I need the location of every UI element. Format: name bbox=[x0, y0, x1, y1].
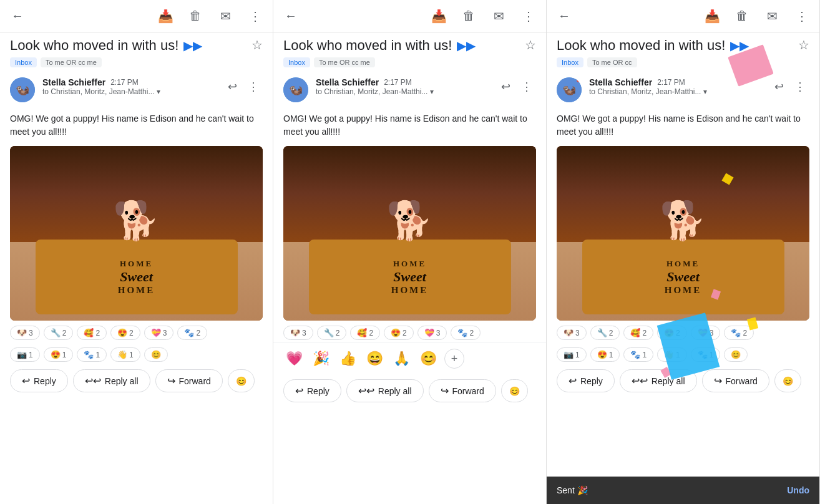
reaction-wave-1[interactable]: 👋1 bbox=[110, 347, 140, 362]
add-emoji-button-2[interactable]: + bbox=[444, 349, 464, 369]
delete-button-1[interactable]: 🗑 bbox=[185, 6, 205, 26]
filter-badge-1: To me OR cc me bbox=[41, 57, 102, 67]
reaction-paw-2[interactable]: 🐾2 bbox=[451, 326, 481, 340]
emoji-icon-3: 😊 bbox=[783, 376, 793, 386]
reaction-heart-eyes-1[interactable]: 😍2 bbox=[110, 326, 140, 340]
reply-icon-3[interactable]: ↩ bbox=[769, 77, 788, 96]
more-button-3[interactable]: ⋮ bbox=[792, 6, 812, 26]
emoji-laugh-2[interactable]: 😄 bbox=[364, 348, 386, 369]
reply-button-2[interactable]: ↩ Reply bbox=[283, 379, 341, 402]
reaction-hug-1[interactable]: 🥰2 bbox=[77, 326, 107, 340]
reply-button-3[interactable]: ↩ Reply bbox=[557, 369, 615, 392]
toolbar-2: ← 📥 🗑 ✉ ⋮ bbox=[273, 0, 546, 32]
subject-area-1: Look who moved in with us! ▶▶ ☆ bbox=[0, 32, 273, 56]
dog-image-2: HOME Sweet HOME 🐕 bbox=[283, 146, 536, 321]
more-button-1[interactable]: ⋮ bbox=[245, 6, 265, 26]
avatar-1: 🦦 bbox=[10, 77, 35, 102]
mail-button-2[interactable]: ✉ bbox=[489, 6, 509, 26]
reaction-smile-3[interactable]: 😊 bbox=[724, 347, 748, 362]
reaction-paw2-1[interactable]: 🐾1 bbox=[77, 347, 107, 362]
reaction-heart-eyes-3[interactable]: 😍2 bbox=[657, 326, 687, 340]
filter-badge-2: To me OR cc me bbox=[314, 57, 375, 67]
emoji-heart-2[interactable]: 💗 bbox=[283, 348, 305, 369]
forward-button-2[interactable]: ↪ Forward bbox=[429, 379, 496, 402]
reply-icon-1[interactable]: ↩ bbox=[223, 77, 242, 96]
reaction-paw-1[interactable]: 🐾2 bbox=[177, 326, 207, 340]
reaction-hug-3[interactable]: 🥰2 bbox=[623, 326, 653, 340]
back-button-3[interactable]: ← bbox=[554, 6, 574, 26]
send-time-3: 2:17 PM bbox=[657, 78, 685, 87]
email-body-1: OMG! We got a puppy! His name is Edison … bbox=[0, 107, 273, 146]
reply-all-button-3[interactable]: ↩↩ Reply all bbox=[620, 369, 697, 392]
subject-area-3: Look who moved in with us! ▶▶ ☆ bbox=[547, 32, 819, 56]
emoji-button-1[interactable]: 😊 bbox=[228, 369, 255, 392]
undo-button[interactable]: Undo bbox=[787, 485, 809, 495]
subject-arrow-2: ▶▶ bbox=[457, 38, 476, 53]
archive-button-2[interactable]: 📥 bbox=[429, 6, 449, 26]
reply-label-2: Reply bbox=[307, 386, 329, 396]
emoji-smile-2[interactable]: 😊 bbox=[417, 348, 439, 369]
archive-button-3[interactable]: 📥 bbox=[702, 6, 722, 26]
reaction-paw2-3[interactable]: 🐾1 bbox=[623, 347, 653, 362]
email-body-3: OMG! We got a puppy! His name is Edison … bbox=[547, 107, 819, 146]
star-button-1[interactable]: ☆ bbox=[251, 37, 263, 52]
reaction-wrench-3[interactable]: 🔧2 bbox=[590, 326, 620, 340]
delete-button-2[interactable]: 🗑 bbox=[459, 6, 479, 26]
reply-all-button-2[interactable]: ↩↩ Reply all bbox=[346, 379, 424, 402]
reaction-eyes-3[interactable]: 😍1 bbox=[590, 347, 620, 362]
reaction-wrench-1[interactable]: 🔧2 bbox=[44, 326, 74, 340]
sender-name-2: Stella Schieffer bbox=[316, 77, 379, 87]
reaction-cam-1[interactable]: 📷1 bbox=[10, 347, 40, 362]
reaction-hug-2[interactable]: 🥰2 bbox=[350, 326, 380, 340]
send-time-1: 2:17 PM bbox=[110, 78, 139, 87]
forward-icon-1: ↪ bbox=[167, 375, 175, 387]
reaction-dog-1[interactable]: 🐶3 bbox=[10, 326, 40, 340]
reply-all-button-1[interactable]: ↩↩ Reply all bbox=[73, 369, 150, 392]
reaction-smile-1[interactable]: 😊 bbox=[144, 347, 168, 362]
archive-button-1[interactable]: 📥 bbox=[155, 6, 175, 26]
reply-icon-2[interactable]: ↩ bbox=[496, 77, 515, 96]
recipients-3: to Christian, Moritz, Jean-Matthi... ▾ bbox=[589, 87, 762, 96]
back-button-1[interactable]: ← bbox=[7, 6, 27, 26]
reaction-paw-3[interactable]: 🐾2 bbox=[724, 326, 754, 340]
reaction-ribbon-2[interactable]: 💝3 bbox=[417, 326, 447, 340]
reply-all-icon-2: ↩↩ bbox=[358, 385, 374, 397]
emoji-button-3[interactable]: 😊 bbox=[774, 369, 801, 392]
more-email-3[interactable]: ⋮ bbox=[791, 77, 809, 96]
more-email-2[interactable]: ⋮ bbox=[517, 77, 536, 96]
forward-button-1[interactable]: ↪ Forward bbox=[155, 369, 223, 392]
reaction-wave-3[interactable]: 👋1 bbox=[657, 347, 687, 362]
star-button-3[interactable]: ☆ bbox=[798, 37, 809, 52]
reaction-wrench-2[interactable]: 🔧2 bbox=[317, 326, 347, 340]
reaction-ribbon-1[interactable]: 💝3 bbox=[144, 326, 174, 340]
emoji-pray-2[interactable]: 🙏 bbox=[391, 348, 412, 369]
forward-button-3[interactable]: ↪ Forward bbox=[702, 369, 769, 392]
reaction-dog-2[interactable]: 🐶3 bbox=[283, 326, 313, 340]
emoji-thumb-2[interactable]: 👍 bbox=[337, 348, 359, 369]
header-actions-2: ↩ ⋮ bbox=[496, 77, 536, 96]
reply-button-1[interactable]: ↩ Reply bbox=[10, 369, 68, 392]
star-button-2[interactable]: ☆ bbox=[525, 37, 536, 52]
more-button-2[interactable]: ⋮ bbox=[519, 6, 539, 26]
reaction-ribbon-3[interactable]: 💝3 bbox=[691, 326, 721, 340]
reaction-cam-3[interactable]: 📷1 bbox=[557, 347, 587, 362]
delete-button-3[interactable]: 🗑 bbox=[732, 6, 752, 26]
reaction-eyes-1[interactable]: 😍1 bbox=[44, 347, 74, 362]
reaction-heart-eyes-2[interactable]: 😍2 bbox=[384, 326, 414, 340]
mail-button-1[interactable]: ✉ bbox=[215, 6, 235, 26]
more-email-1[interactable]: ⋮ bbox=[244, 77, 263, 96]
reply-label-3: Reply bbox=[580, 376, 603, 386]
reply-all-icon-1: ↩↩ bbox=[85, 375, 101, 387]
emoji-button-2[interactable]: 😊 bbox=[501, 379, 528, 402]
mail-button-3[interactable]: ✉ bbox=[762, 6, 782, 26]
reply-icon-btn-2: ↩ bbox=[295, 385, 303, 397]
reaction-paw3-3[interactable]: 🐾1 bbox=[691, 347, 721, 362]
emoji-party-2[interactable]: 🎉 bbox=[310, 348, 332, 369]
back-button-2[interactable]: ← bbox=[281, 6, 301, 26]
reactions-row2-1: 📷1 😍1 🐾1 👋1 😊 bbox=[0, 342, 273, 364]
reaction-dog-3[interactable]: 🐶3 bbox=[557, 326, 587, 340]
inbox-badge-1: Inbox bbox=[10, 57, 37, 67]
reply-icon-btn-1: ↩ bbox=[22, 375, 30, 387]
badges-3: Inbox To me OR cc bbox=[547, 56, 819, 72]
filter-badge-3: To me OR cc bbox=[587, 57, 637, 67]
